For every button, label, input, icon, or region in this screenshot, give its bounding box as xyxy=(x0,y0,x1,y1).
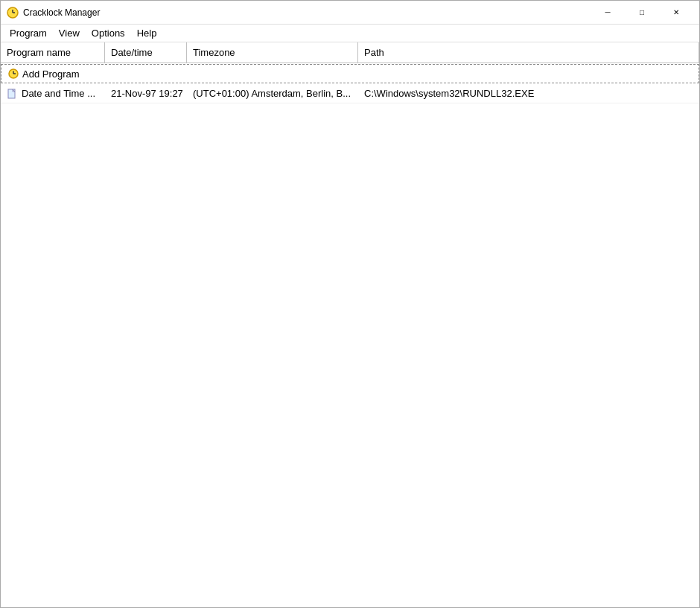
entry-path-cell: C:\Windows\system32\RUNDLL32.EXE xyxy=(358,84,699,103)
menu-item-program[interactable]: Program xyxy=(4,26,53,40)
list-body: Add Program Date and Time ... xyxy=(1,63,699,607)
close-button[interactable]: ✕ xyxy=(659,1,693,25)
entry-file-icon xyxy=(7,88,19,100)
add-program-label: Add Program xyxy=(22,68,80,80)
add-program-path xyxy=(359,65,699,83)
program-entry-row[interactable]: Date and Time ... 21-Nov-97 19:27 (UTC+0… xyxy=(1,84,699,103)
entry-timezone-cell: (UTC+01:00) Amsterdam, Berlin, B... xyxy=(187,84,358,103)
add-program-cell: Add Program xyxy=(1,65,106,83)
column-header-path[interactable]: Path xyxy=(358,42,699,63)
entry-datetime-cell: 21-Nov-97 19:27 xyxy=(105,84,187,103)
content-area: Program name Date/time Timezone Path Add xyxy=(1,42,699,607)
entry-datetime-value: 21-Nov-97 19:27 xyxy=(111,88,183,99)
menu-item-options[interactable]: Options xyxy=(86,26,131,40)
column-header-timezone[interactable]: Timezone xyxy=(187,42,358,63)
menu-item-help[interactable]: Help xyxy=(131,26,163,40)
menu-item-view[interactable]: View xyxy=(53,26,86,40)
menu-bar: Program View Options Help xyxy=(1,25,699,42)
minimize-button[interactable]: ─ xyxy=(591,1,625,25)
column-header-datetime[interactable]: Date/time xyxy=(105,42,187,63)
add-program-timezone xyxy=(188,65,359,83)
window-title: Cracklock Manager xyxy=(23,7,591,18)
minimize-icon: ─ xyxy=(605,9,610,16)
add-program-row[interactable]: Add Program xyxy=(1,64,699,83)
restore-button[interactable]: □ xyxy=(625,1,659,25)
column-header-name[interactable]: Program name xyxy=(1,42,105,63)
main-window: Cracklock Manager ─ □ ✕ Program View Opt… xyxy=(0,0,700,608)
title-bar: Cracklock Manager ─ □ ✕ xyxy=(1,1,699,25)
window-controls: ─ □ ✕ xyxy=(591,1,693,25)
entry-name-cell: Date and Time ... xyxy=(1,84,105,103)
add-program-icon xyxy=(7,68,19,80)
entry-name-label: Date and Time ... xyxy=(22,88,95,99)
entry-timezone-value: (UTC+01:00) Amsterdam, Berlin, B... xyxy=(193,88,351,99)
close-icon: ✕ xyxy=(673,9,679,16)
entry-path-value: C:\Windows\system32\RUNDLL32.EXE xyxy=(364,88,534,99)
app-icon xyxy=(7,7,19,19)
list-header: Program name Date/time Timezone Path xyxy=(1,42,699,63)
add-program-datetime xyxy=(106,65,188,83)
restore-icon: □ xyxy=(640,9,644,16)
